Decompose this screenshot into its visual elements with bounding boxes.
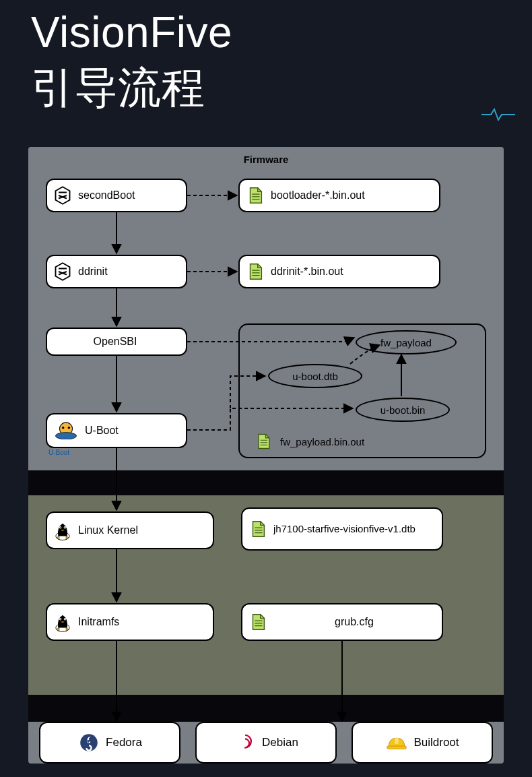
svg-rect-15 [387, 746, 407, 749]
file-icon [244, 260, 267, 283]
node-debian: Debian [195, 722, 337, 764]
pulse-icon [481, 108, 515, 124]
tux-icon [51, 519, 74, 542]
file-icon [246, 611, 269, 633]
node-label: ddrinit [74, 266, 179, 278]
file-icon [252, 430, 275, 453]
oval-uboot-dtb: u-boot.dtb [268, 364, 362, 388]
svg-point-13 [65, 619, 66, 620]
svg-point-7 [60, 527, 61, 528]
node-label: bootloader-*.bin.out [267, 189, 432, 201]
node-ddrinit: ddrinit [46, 255, 187, 288]
node-label: Linux Kernel [74, 524, 206, 536]
tux-icon [51, 611, 74, 633]
section-firmware: Firmware secondBoot ddrinit OpenSBI [28, 147, 504, 470]
node-label: Buildroot [413, 736, 459, 749]
node-label: ddrinit-*.bin.out [267, 266, 432, 278]
node-secondboot: secondBoot [46, 179, 187, 212]
cluster-fw-payload: fw_payload u-boot.dtb u-boot.bin fw_payl… [238, 323, 486, 458]
oval-uboot-bin: u-boot.bin [356, 398, 450, 422]
page-title: VisionFive 引导流程 [31, 5, 232, 116]
node-label: Debian [262, 736, 298, 749]
node-opensbi: OpenSBI [46, 328, 187, 356]
title-line-2: 引导流程 [31, 63, 205, 112]
node-label: secondBoot [74, 189, 179, 201]
node-label: fw_payload.bin.out [280, 436, 364, 447]
hexagon-icon [51, 184, 74, 207]
node-label: jh7100-starfive-visionfive-v1.dtb [269, 523, 435, 535]
file-icon [244, 184, 267, 207]
node-label: grub.cfg [269, 616, 435, 628]
band-divider [28, 695, 504, 722]
node-label: OpenSBI [51, 336, 179, 348]
oval-fw-payload: fw_payload [356, 330, 457, 354]
node-buildroot: Buildroot [352, 722, 493, 764]
hexagon-icon [51, 260, 74, 283]
node-label: U-Boot [81, 425, 179, 437]
fedora-icon [77, 731, 100, 754]
hardhat-icon [385, 731, 408, 754]
band-divider [28, 470, 504, 495]
svg-point-1 [55, 433, 76, 439]
svg-point-12 [60, 619, 61, 620]
node-file-ddrinit: ddrinit-*.bin.out [238, 255, 440, 288]
debian-icon [234, 731, 257, 754]
file-icon [246, 518, 269, 540]
uboot-caption: U-Boot [48, 449, 69, 456]
node-initramfs: Initramfs [46, 603, 214, 641]
node-linux-kernel: Linux Kernel [46, 511, 214, 549]
title-line-1: VisionFive [31, 8, 232, 57]
node-file-bootloader: bootloader-*.bin.out [238, 179, 440, 212]
node-fedora: Fedora [39, 722, 180, 764]
firmware-label: Firmware [244, 154, 289, 165]
node-file-grub: grub.cfg [241, 603, 443, 641]
node-label: Initramfs [74, 616, 206, 628]
svg-point-8 [65, 527, 66, 528]
section-distros: Fedora Debian Buildroot [28, 722, 504, 764]
node-file-dtb: jh7100-starfive-visionfive-v1.dtb [241, 507, 443, 551]
svg-point-3 [68, 427, 70, 429]
section-boot: Linux Kernel jh7100-starfive-visionfive-… [28, 495, 504, 695]
svg-point-2 [62, 427, 64, 429]
node-label: Fedora [106, 736, 142, 749]
boot-flow-diagram: Firmware secondBoot ddrinit OpenSBI [28, 147, 504, 764]
uboot-icon [51, 419, 81, 442]
node-uboot: U-Boot [46, 413, 187, 448]
